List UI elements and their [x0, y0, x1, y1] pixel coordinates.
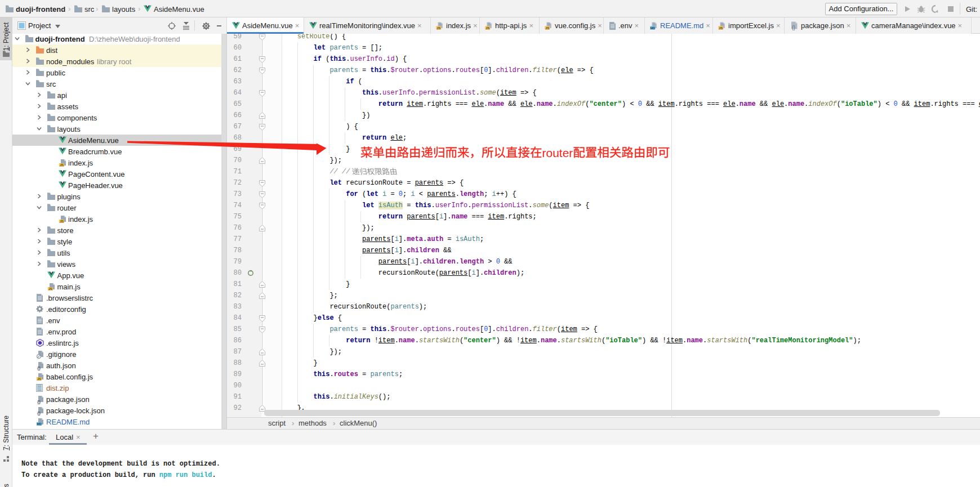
svg-text:JS: JS	[60, 163, 64, 167]
svg-text:JS: JS	[545, 26, 549, 29]
svg-text:JS: JS	[48, 287, 52, 291]
svg-text:{}: {}	[37, 399, 41, 404]
svg-text:JS: JS	[60, 220, 64, 223]
svg-text:JS: JS	[37, 377, 41, 381]
svg-text:JS: JS	[436, 26, 440, 29]
svg-text:{}: {}	[37, 410, 41, 415]
svg-text:MD: MD	[650, 26, 655, 29]
svg-text:{}: {}	[792, 24, 795, 30]
svg-text:JS: JS	[485, 26, 489, 29]
svg-text:{}: {}	[37, 365, 41, 370]
svg-text:MD: MD	[37, 422, 42, 426]
svg-text:JS: JS	[719, 26, 723, 29]
